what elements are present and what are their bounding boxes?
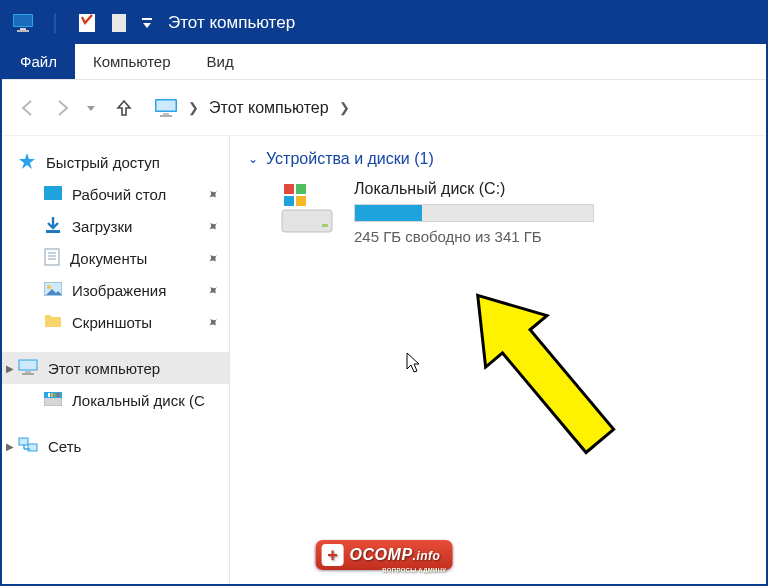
breadcrumb-root[interactable]: Этот компьютер (209, 99, 329, 117)
group-header-devices[interactable]: ⌄ Устройства и диски (1) (248, 150, 748, 168)
svg-rect-13 (163, 113, 169, 115)
group-header-label: Устройства и диски (1) (266, 150, 434, 168)
svg-rect-42 (284, 196, 294, 206)
plus-icon: + (322, 544, 344, 566)
svg-rect-33 (57, 393, 59, 397)
svg-marker-10 (87, 106, 95, 111)
hard-drive-icon (278, 180, 336, 238)
sidebar-item-documents[interactable]: Документы ✦ (2, 242, 229, 274)
sidebar-item-label: Изображения (72, 282, 166, 299)
chevron-down-icon: ⌄ (248, 152, 258, 166)
document-icon[interactable] (108, 12, 130, 34)
properties-icon[interactable] (76, 12, 98, 34)
svg-rect-17 (46, 230, 60, 233)
tab-view[interactable]: Вид (189, 44, 252, 79)
monitor-icon[interactable] (12, 12, 34, 34)
svg-rect-16 (44, 186, 62, 200)
sidebar-item-this-pc[interactable]: ▶ Этот компьютер (2, 352, 229, 384)
svg-rect-12 (157, 100, 176, 110)
breadcrumb-separator-icon[interactable]: ❯ (188, 100, 199, 115)
svg-rect-6 (112, 14, 126, 32)
watermark-badge: + OCOMP.info ВОПРОСЫ АДМИНУ (316, 540, 453, 570)
breadcrumb-separator-icon[interactable]: ❯ (339, 100, 350, 115)
folder-icon (44, 314, 62, 331)
history-dropdown-icon[interactable] (84, 96, 98, 120)
drive-free-text: 245 ГБ свободно из 341 ГБ (354, 228, 594, 245)
sidebar-item-label: Этот компьютер (48, 360, 160, 377)
tab-file[interactable]: Файл (2, 44, 75, 79)
documents-icon (44, 248, 60, 269)
svg-rect-35 (28, 444, 37, 451)
pin-icon: ✦ (203, 280, 222, 300)
star-icon (18, 152, 36, 173)
titlebar: Этот компьютер (2, 2, 766, 44)
body: Быстрый доступ Рабочий стол ✦ Загрузки ✦ (2, 136, 766, 584)
sidebar-item-label: Быстрый доступ (46, 154, 160, 171)
svg-point-23 (47, 285, 51, 289)
svg-rect-31 (51, 393, 53, 397)
svg-rect-26 (25, 371, 31, 373)
svg-rect-2 (20, 28, 26, 30)
navigation-toolbar: ❯ Этот компьютер ❯ (2, 80, 766, 136)
svg-rect-28 (44, 397, 62, 406)
sidebar-item-desktop[interactable]: Рабочий стол ✦ (2, 178, 229, 210)
up-button[interactable] (112, 96, 136, 120)
tab-computer[interactable]: Компьютер (75, 44, 189, 79)
desktop-icon (44, 186, 62, 203)
this-pc-icon (154, 98, 178, 118)
svg-marker-9 (143, 23, 151, 28)
svg-rect-14 (160, 115, 172, 117)
svg-rect-32 (54, 393, 56, 397)
window-title: Этот компьютер (168, 13, 295, 33)
pin-icon: ✦ (203, 248, 222, 268)
drive-usage-bar (354, 204, 594, 222)
svg-rect-4 (54, 13, 56, 33)
forward-button[interactable] (50, 96, 74, 120)
svg-rect-43 (296, 196, 306, 206)
svg-marker-15 (19, 153, 35, 169)
address-bar[interactable]: ❯ Этот компьютер ❯ (150, 98, 752, 118)
svg-rect-39 (322, 224, 328, 227)
explorer-window: Этот компьютер Файл Компьютер Вид ❯ Этот… (0, 0, 768, 586)
svg-rect-3 (17, 30, 29, 32)
drive-info: Локальный диск (C:) 245 ГБ свободно из 3… (354, 180, 594, 245)
svg-rect-41 (296, 184, 306, 194)
svg-rect-8 (142, 18, 152, 20)
chevron-right-icon: ▶ (6, 363, 14, 374)
divider-icon (44, 12, 66, 34)
this-pc-icon (18, 359, 38, 378)
sidebar-item-label: Локальный диск (C (72, 392, 205, 409)
ribbon-tabs: Файл Компьютер Вид (2, 44, 766, 80)
sidebar-item-pictures[interactable]: Изображения ✦ (2, 274, 229, 306)
chevron-right-icon: ▶ (6, 441, 14, 452)
drive-item-c[interactable]: Локальный диск (C:) 245 ГБ свободно из 3… (248, 180, 748, 245)
sidebar-item-local-disk[interactable]: Локальный диск (C (2, 384, 229, 416)
network-icon (18, 437, 38, 456)
drive-name: Локальный диск (C:) (354, 180, 594, 198)
svg-rect-40 (284, 184, 294, 194)
svg-rect-25 (19, 360, 37, 370)
back-button[interactable] (16, 96, 40, 120)
sidebar-item-label: Загрузки (72, 218, 132, 235)
sidebar-item-label: Рабочий стол (72, 186, 166, 203)
sidebar-item-downloads[interactable]: Загрузки ✦ (2, 210, 229, 242)
sidebar-item-network[interactable]: ▶ Сеть (2, 430, 229, 462)
sidebar-item-quick-access[interactable]: Быстрый доступ (2, 146, 229, 178)
svg-rect-5 (79, 14, 95, 32)
sidebar-item-screenshots[interactable]: Скриншоты ✦ (2, 306, 229, 338)
svg-rect-1 (14, 15, 32, 26)
navigation-pane: Быстрый доступ Рабочий стол ✦ Загрузки ✦ (2, 136, 230, 584)
svg-rect-38 (282, 210, 332, 232)
svg-rect-18 (45, 249, 59, 265)
svg-rect-27 (22, 373, 34, 375)
quick-access-toolbar (12, 12, 154, 34)
content-pane: ⌄ Устройства и диски (1) (230, 136, 766, 584)
downloads-icon (44, 216, 62, 237)
sidebar-item-label: Скриншоты (72, 314, 152, 331)
watermark-text: OCOMP.info (350, 546, 441, 564)
watermark-subtext: ВОПРОСЫ АДМИНУ (382, 567, 446, 573)
pin-icon: ✦ (203, 184, 222, 204)
qat-dropdown-icon[interactable] (140, 17, 154, 29)
pin-icon: ✦ (203, 312, 222, 332)
pin-icon: ✦ (203, 216, 222, 236)
